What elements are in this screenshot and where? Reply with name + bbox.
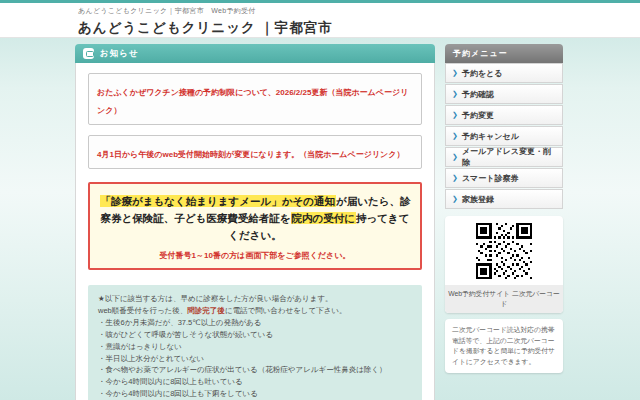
reservation-sidebar: 予約メニュー 予約をとる 予約確認 予約変更 予約キャンセル メールアドレス変更… <box>445 44 563 373</box>
alert-highlight-reception: 院内の受付に <box>291 212 357 224</box>
chevron-right-icon <box>452 132 458 140</box>
notice-link-schedule[interactable]: 4月1日から午後のweb受付開始時刻が変更になります。（当院ホームページリンク） <box>88 135 422 169</box>
qr-caption: Web予約受付サイト 二次元バーコード <box>445 285 563 313</box>
web-reservation-page: { "header": { "breadcrumb": "あんどうこどもクリニッ… <box>0 0 640 400</box>
news-section: お知らせ おたふくかぜワクチン接種の予約制限について、2026/2/25更新（当… <box>75 44 435 400</box>
symptom-item: ・半日以上水分がとれていない <box>98 353 412 365</box>
menu-item-smart-card[interactable]: スマート診察券 <box>445 168 563 188</box>
early-consult-line2: web順番受付を行った後、問診完了後に電話で問い合わせをして下さい。 <box>98 305 412 317</box>
qr-code-panel: Web予約受付サイト 二次元バーコード <box>445 216 563 313</box>
reservation-menu-header: 予約メニュー <box>445 44 563 63</box>
notice-link-schedule-text: 4月1日から午後のweb受付開始時刻が変更になります。（当院ホームページリンク） <box>97 150 404 159</box>
symptom-item: ・咳がひどくて呼吸が苦しそうな状態が続いている <box>98 329 412 341</box>
breadcrumb: あんどうこどもクリニック｜宇都宮市 Web予約受付 <box>78 6 640 16</box>
menu-item-confirm-reservation[interactable]: 予約確認 <box>445 84 563 104</box>
chevron-right-icon <box>452 174 458 182</box>
symptom-item: ・食べ物やお薬でアレルギーの症状が出ている（花粉症やアレルギー性鼻炎は除く） <box>98 364 412 376</box>
chevron-right-icon <box>452 195 458 203</box>
early-consult-line1: ★以下に該当する方は、早めに診察をした方が良い場合があります。 <box>98 293 412 305</box>
menu-item-change-reservation[interactable]: 予約変更 <box>445 105 563 125</box>
symptom-item: ・生後6か月未満だが、37.5℃以上の発熱がある <box>98 317 412 329</box>
symptom-item: ・今から4時間以内に8回以上も下痢をしている <box>98 388 412 400</box>
arrival-alert-text: 「診療がまもなく始まりますメール」かその通知が届いたら、診察券と保険証、子ども医… <box>96 193 414 243</box>
page-title: あんどうこどもクリニック ｜宇都宮市 <box>78 19 640 37</box>
notice-link-vaccine-text: おたふくかぜワクチン接種の予約制限について、2026/2/25更新（当院ホームペ… <box>97 88 408 115</box>
menu-item-family-registration[interactable]: 家族登録 <box>445 189 563 209</box>
chevron-right-icon <box>452 69 458 77</box>
symptom-item: ・今から4時間以内に8回以上も吐いている <box>98 376 412 388</box>
reception-number-note: 受付番号1～10番の方は画面下部をご参照ください。 <box>96 250 414 261</box>
news-header-label: お知らせ <box>100 48 139 60</box>
notice-link-vaccine[interactable]: おたふくかぜワクチン接種の予約制限について、2026/2/25更新（当院ホームペ… <box>88 73 422 125</box>
news-section-header: お知らせ <box>75 44 435 63</box>
qr-description: 二次元バーコード読込対応の携帯電話等で、上記の二次元バーコードを撮影すると簡単に… <box>445 319 563 373</box>
chevron-right-icon <box>452 153 458 161</box>
qr-code <box>476 223 532 279</box>
early-consult-line2-post: に電話で問い合わせをして下さい。 <box>225 306 347 315</box>
menu-item-email-change-delete[interactable]: メールアドレス変更・削除 <box>445 147 563 167</box>
chevron-right-icon <box>452 111 458 119</box>
early-consult-line2-pre: web順番受付を行った後、 <box>98 306 187 315</box>
news-panel: おたふくかぜワクチン接種の予約制限について、2026/2/25更新（当院ホームペ… <box>75 63 435 400</box>
early-consult-box: ★以下に該当する方は、早めに診察をした方が良い場合があります。 web順番受付を… <box>88 285 422 400</box>
reservation-menu: 予約をとる 予約確認 予約変更 予約キャンセル メールアドレス変更・削除 スマー… <box>445 63 563 209</box>
early-consult-line2-em: 問診完了後 <box>187 306 225 315</box>
alert-highlight-mail: 「診療がまもなく始まりますメール」かその通知 <box>100 195 336 207</box>
menu-item-cancel-reservation[interactable]: 予約キャンセル <box>445 126 563 146</box>
symptom-item: ・意識がはっきりしない <box>98 341 412 353</box>
chevron-right-icon <box>452 90 458 98</box>
speech-bubble-icon <box>83 48 94 59</box>
menu-item-take-reservation[interactable]: 予約をとる <box>445 63 563 83</box>
arrival-alert-box: 「診療がまもなく始まりますメール」かその通知が届いたら、診察券と保険証、子ども医… <box>88 182 422 270</box>
site-header: あんどうこどもクリニック｜宇都宮市 Web予約受付 あんどうこどもクリニック ｜… <box>0 3 640 38</box>
